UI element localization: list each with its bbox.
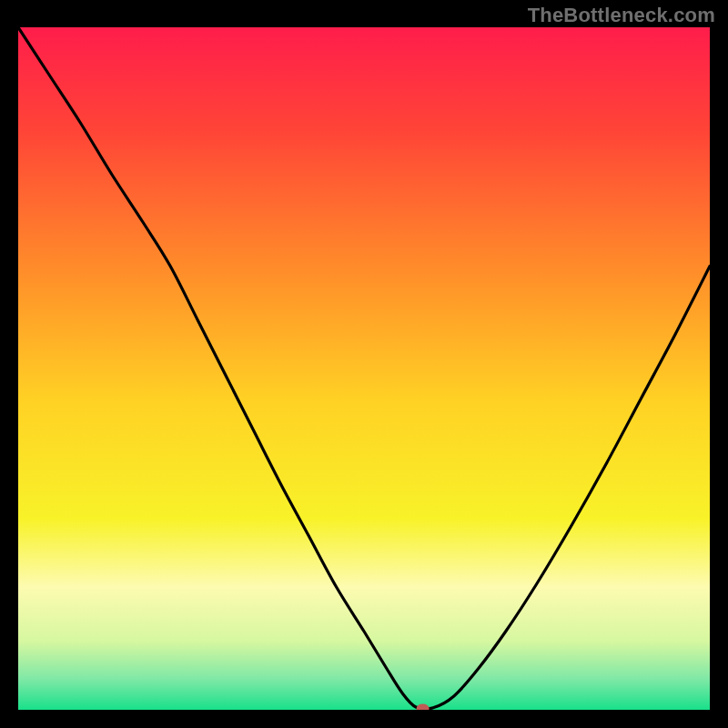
chart-frame: TheBottleneck.com xyxy=(0,0,728,728)
chart-plot-area xyxy=(18,27,710,710)
watermark-text: TheBottleneck.com xyxy=(528,4,715,27)
chart-svg xyxy=(18,27,710,710)
gradient-background xyxy=(18,27,710,710)
